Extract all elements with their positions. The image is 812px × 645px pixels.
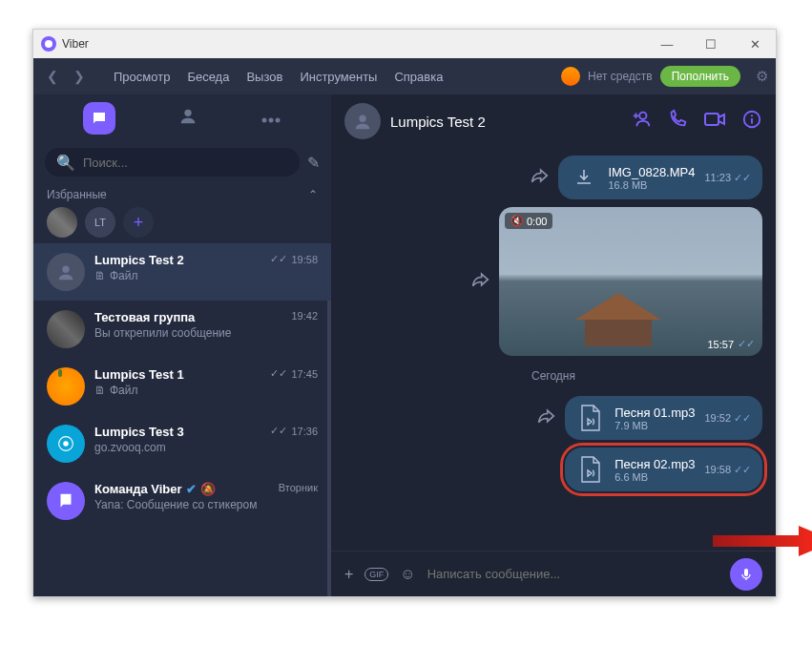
sidebar: 🔍 ✎ Избранные ⌃ LT + <box>33 94 331 596</box>
chat-list[interactable]: Lumpics Test 2 🗎Файл ✓✓19:58 Тестовая гр… <box>33 243 331 596</box>
menu-call[interactable]: Вызов <box>246 70 282 84</box>
svg-point-12 <box>751 114 753 116</box>
attach-button[interactable]: + <box>344 566 353 583</box>
msg-time: 19:52 <box>704 412 731 424</box>
maximize-button[interactable]: ☐ <box>697 37 724 52</box>
balance-label: Нет средств <box>588 70 653 83</box>
audio-call-icon[interactable] <box>667 109 688 134</box>
orange-icon <box>561 67 580 86</box>
mute-icon: 🔇 <box>510 215 524 227</box>
message-video[interactable]: 🔇0:00 15:57✓✓ <box>499 207 762 356</box>
chat-main: Lumpics Test 2 IMG_0828.MP4 1 <box>331 94 776 596</box>
read-check-icon: ✓✓ <box>270 253 287 265</box>
menu-help[interactable]: Справка <box>394 70 443 84</box>
chat-item[interactable]: Lumpics Test 1 🗎Файл ✓✓17:45 <box>33 358 331 415</box>
video-call-icon[interactable] <box>703 109 726 134</box>
menu-view[interactable]: Просмотр <box>114 70 170 84</box>
compose-button[interactable]: ✎ <box>307 154 320 172</box>
chat-time: 17:45 <box>291 368 318 380</box>
favorite-avatar-1[interactable] <box>47 207 77 238</box>
favorites-label: Избранные <box>47 188 107 201</box>
avatar <box>47 482 85 520</box>
file-size: 7.9 MB <box>614 420 695 431</box>
messages-area[interactable]: IMG_0828.MP4 16.8 MB 11:23✓✓ 🔇0:00 15:57… <box>331 148 776 551</box>
message-input[interactable] <box>427 567 718 581</box>
file-icon: 🗎 <box>94 269 106 282</box>
gif-button[interactable]: GIF <box>364 568 388 581</box>
chat-title: Lumpics Test 2 <box>390 114 486 130</box>
svg-point-8 <box>359 115 365 122</box>
settings-icon[interactable]: ⚙ <box>756 68 768 85</box>
close-button[interactable]: ✕ <box>741 37 768 52</box>
svg-point-2 <box>261 118 266 123</box>
menu-tools[interactable]: Инструменты <box>300 70 377 84</box>
message-audio-highlighted[interactable]: Песня 02.mp3 6.6 MB 19:58✓✓ <box>565 447 762 491</box>
tab-contacts[interactable] <box>177 106 198 131</box>
info-icon[interactable] <box>741 109 762 134</box>
file-name: Песня 01.mp3 <box>614 406 695 420</box>
favorites: Избранные ⌃ LT + <box>33 182 331 243</box>
chat-item[interactable]: Lumpics Test 2 🗎Файл ✓✓19:58 <box>33 243 331 301</box>
sidebar-tabs <box>33 94 331 142</box>
topup-button[interactable]: Пополнить <box>660 66 740 87</box>
chat-avatar[interactable] <box>344 103 381 139</box>
file-icon: 🗎 <box>94 384 106 397</box>
favorite-avatar-2[interactable]: LT <box>85 207 115 238</box>
search-icon: 🔍 <box>56 154 75 172</box>
chat-item[interactable]: Команда Viber ✔ 🔕 Yana: Сообщение со сти… <box>33 472 331 530</box>
add-contact-icon[interactable] <box>631 109 652 134</box>
chat-time: Вторник <box>279 482 318 493</box>
chat-preview: go.zvooq.com <box>94 441 166 454</box>
chat-item[interactable]: Lumpics Test 3 go.zvooq.com ✓✓17:36 <box>33 415 331 472</box>
window-title: Viber <box>62 37 89 51</box>
share-icon[interactable] <box>530 167 549 188</box>
avatar <box>47 310 85 348</box>
chat-item[interactable]: Тестовая группа Вы открепили сообщение 1… <box>33 301 331 358</box>
avatar <box>47 253 85 291</box>
tab-more[interactable] <box>260 110 281 127</box>
titlebar: Viber — ☐ ✕ <box>33 30 776 58</box>
date-divider: Сегодня <box>344 369 762 383</box>
sticker-button[interactable]: ☺ <box>400 566 415 583</box>
window-controls: — ☐ ✕ <box>654 37 768 52</box>
voice-button[interactable] <box>730 558 762 591</box>
nav-forward-button[interactable]: ❯ <box>68 65 91 88</box>
avatar <box>47 425 85 463</box>
search-input[interactable] <box>83 156 288 170</box>
chat-time: 19:58 <box>291 254 318 265</box>
svg-point-0 <box>45 40 52 48</box>
download-icon[interactable] <box>570 163 598 192</box>
share-icon[interactable] <box>470 271 489 292</box>
nav-back-button[interactable]: ❮ <box>41 65 64 88</box>
file-size: 16.8 MB <box>608 179 695 191</box>
svg-point-5 <box>62 266 69 273</box>
svg-rect-10 <box>705 114 718 125</box>
composer: + GIF ☺ <box>331 551 776 596</box>
menubar: ❮ ❯ Просмотр Беседа Вызов Инструменты Сп… <box>33 58 776 94</box>
favorite-add-button[interactable]: + <box>123 207 154 238</box>
chat-preview: Файл <box>110 269 138 282</box>
chat-name: Тестовая группа <box>94 310 318 324</box>
audio-file-icon <box>576 404 605 432</box>
message-file[interactable]: IMG_0828.MP4 16.8 MB 11:23✓✓ <box>558 156 762 199</box>
favorites-collapse-icon[interactable]: ⌃ <box>308 188 318 201</box>
share-icon[interactable] <box>536 407 555 428</box>
menu-conversation[interactable]: Беседа <box>187 70 229 84</box>
message-audio[interactable]: Песня 01.mp3 7.9 MB 19:52✓✓ <box>565 396 762 440</box>
msg-time: 15:57 <box>707 339 734 350</box>
chat-preview: Yana: Сообщение со стикером <box>94 498 257 511</box>
read-check-icon: ✓✓ <box>270 425 287 437</box>
app-window: Viber — ☐ ✕ ❮ ❯ Просмотр Беседа Вызов Ин… <box>32 29 777 597</box>
svg-point-4 <box>275 118 280 123</box>
search-box[interactable]: 🔍 <box>45 148 300 177</box>
minimize-button[interactable]: — <box>654 37 680 52</box>
avatar <box>47 367 85 406</box>
muted-icon: 🔕 <box>200 482 216 496</box>
chat-preview: Файл <box>110 384 138 397</box>
chat-preview: Вы открепили сообщение <box>94 326 231 340</box>
msg-time: 19:58 <box>704 464 731 475</box>
read-check-icon: ✓✓ <box>270 367 287 380</box>
chat-name: Команда Viber <box>94 482 182 496</box>
verified-icon: ✔ <box>186 482 197 496</box>
tab-chats[interactable] <box>83 102 115 135</box>
